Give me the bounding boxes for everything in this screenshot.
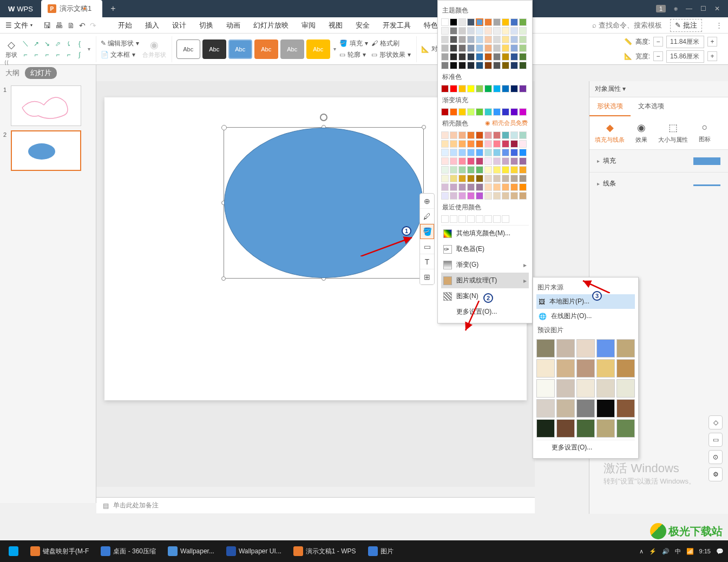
- color-swatch[interactable]: [510, 108, 518, 116]
- color-swatch[interactable]: [519, 18, 527, 26]
- texture-swatch[interactable]: [556, 379, 575, 398]
- text-options-tab[interactable]: 文本选项: [631, 97, 672, 116]
- color-swatch[interactable]: [510, 18, 518, 26]
- color-swatch[interactable]: [450, 192, 457, 200]
- max-button[interactable]: ☐: [700, 5, 706, 12]
- color-swatch[interactable]: [484, 62, 492, 69]
- color-swatch[interactable]: [493, 36, 501, 43]
- color-swatch[interactable]: [484, 140, 492, 148]
- color-swatch[interactable]: [458, 175, 466, 182]
- shape-options-tab[interactable]: 形状选项: [589, 97, 631, 116]
- color-swatch[interactable]: [502, 140, 509, 148]
- texture-swatch[interactable]: [576, 339, 595, 358]
- notes-area[interactable]: ▤ 单击此处加备注: [96, 497, 535, 513]
- color-swatch[interactable]: [502, 62, 509, 69]
- color-swatch[interactable]: [441, 166, 449, 174]
- texture-swatch[interactable]: [616, 419, 635, 438]
- texture-swatch[interactable]: [536, 399, 555, 418]
- panel-collapse[interactable]: ⟨⟨: [4, 59, 9, 65]
- color-swatch[interactable]: [476, 149, 483, 156]
- color-swatch[interactable]: [502, 85, 509, 92]
- color-swatch[interactable]: [510, 192, 518, 200]
- color-swatch[interactable]: [441, 192, 449, 200]
- color-swatch[interactable]: [502, 18, 509, 26]
- color-swatch[interactable]: [458, 18, 466, 26]
- color-swatch[interactable]: [476, 108, 483, 116]
- color-swatch[interactable]: [519, 157, 527, 165]
- color-swatch[interactable]: [458, 44, 466, 52]
- doc-tab[interactable]: P 演示文稿1 •: [41, 0, 102, 17]
- color-swatch[interactable]: [493, 192, 501, 200]
- texture-swatch[interactable]: [556, 399, 575, 418]
- color-swatch[interactable]: [441, 44, 449, 52]
- color-swatch[interactable]: [467, 183, 475, 191]
- color-swatch[interactable]: [476, 36, 483, 43]
- color-swatch[interactable]: [484, 157, 492, 165]
- color-swatch[interactable]: [502, 108, 509, 116]
- color-swatch[interactable]: [458, 149, 466, 156]
- tab-animation[interactable]: 动画: [221, 18, 246, 32]
- texture-swatch[interactable]: [596, 419, 615, 438]
- tab-review[interactable]: 审阅: [296, 18, 321, 32]
- float-text[interactable]: T: [420, 254, 434, 269]
- format-painter-button[interactable]: 🖌 格式刷: [371, 39, 411, 48]
- color-swatch[interactable]: [519, 149, 527, 156]
- color-swatch[interactable]: [458, 27, 466, 35]
- color-swatch[interactable]: [502, 157, 509, 165]
- float-more[interactable]: ⊞: [420, 269, 434, 285]
- color-swatch[interactable]: [458, 62, 466, 69]
- color-swatch[interactable]: [502, 36, 509, 43]
- color-swatch[interactable]: [450, 18, 457, 26]
- color-swatch[interactable]: [450, 149, 457, 156]
- color-swatch[interactable]: [467, 44, 475, 52]
- color-swatch[interactable]: [467, 192, 475, 200]
- color-swatch[interactable]: [484, 18, 492, 26]
- color-swatch[interactable]: [502, 27, 509, 35]
- color-swatch[interactable]: [519, 85, 527, 92]
- online-image-item[interactable]: 🌐在线图片(O)...: [536, 309, 635, 323]
- color-swatch[interactable]: [519, 166, 527, 174]
- color-swatch[interactable]: [458, 36, 466, 43]
- color-swatch[interactable]: [441, 108, 449, 116]
- size-tool[interactable]: ⬚大小与属性: [658, 122, 688, 144]
- color-swatch[interactable]: [467, 62, 475, 69]
- side-btn-2[interactable]: ▭: [709, 433, 723, 447]
- search-box[interactable]: ⌕ 查找命令、搜索模板: [592, 21, 670, 30]
- texture-swatch[interactable]: [576, 379, 595, 398]
- color-swatch[interactable]: [493, 53, 501, 61]
- color-swatch[interactable]: [493, 175, 501, 182]
- color-swatch[interactable]: [484, 166, 492, 174]
- textbox-button[interactable]: 📄 文本框 ▾: [101, 50, 139, 59]
- eyedropper-item[interactable]: ✑取色器(E): [441, 241, 529, 257]
- color-swatch[interactable]: [476, 18, 483, 26]
- texture-swatch[interactable]: [596, 399, 615, 418]
- color-swatch[interactable]: [519, 27, 527, 35]
- color-swatch[interactable]: [450, 166, 457, 174]
- color-swatch[interactable]: [519, 140, 527, 148]
- edit-shape-button[interactable]: ✎ 编辑形状 ▾: [101, 39, 139, 48]
- color-swatch[interactable]: [493, 85, 501, 92]
- texture-swatch[interactable]: [616, 379, 635, 398]
- gradient-item[interactable]: 渐变(G)▸: [441, 257, 529, 273]
- color-swatch[interactable]: [510, 85, 518, 92]
- color-swatch[interactable]: [484, 44, 492, 52]
- color-swatch[interactable]: [502, 53, 509, 61]
- tb-app-2[interactable]: 桌面 - 360压缩: [96, 544, 160, 558]
- tab-insert[interactable]: 插入: [140, 18, 165, 32]
- color-swatch[interactable]: [467, 215, 475, 223]
- color-swatch[interactable]: [467, 175, 475, 182]
- notif-badge[interactable]: 1: [656, 5, 666, 12]
- texture-swatch[interactable]: [596, 379, 615, 398]
- color-swatch[interactable]: [519, 183, 527, 191]
- color-swatch[interactable]: [467, 149, 475, 156]
- tab-transition[interactable]: 切换: [194, 18, 219, 32]
- print-icon[interactable]: 🖶: [55, 21, 63, 30]
- float-outline[interactable]: ▭: [420, 239, 434, 254]
- color-swatch[interactable]: [476, 175, 483, 182]
- tb-app-5[interactable]: 演示文稿1 - WPS: [289, 544, 360, 558]
- more-settings-item[interactable]: 更多设置(O)...: [441, 304, 529, 320]
- color-swatch[interactable]: [510, 157, 518, 165]
- float-cursor[interactable]: ⊕: [420, 194, 434, 209]
- tab-home[interactable]: 开始: [113, 18, 137, 32]
- undo-icon[interactable]: ↶: [79, 21, 86, 30]
